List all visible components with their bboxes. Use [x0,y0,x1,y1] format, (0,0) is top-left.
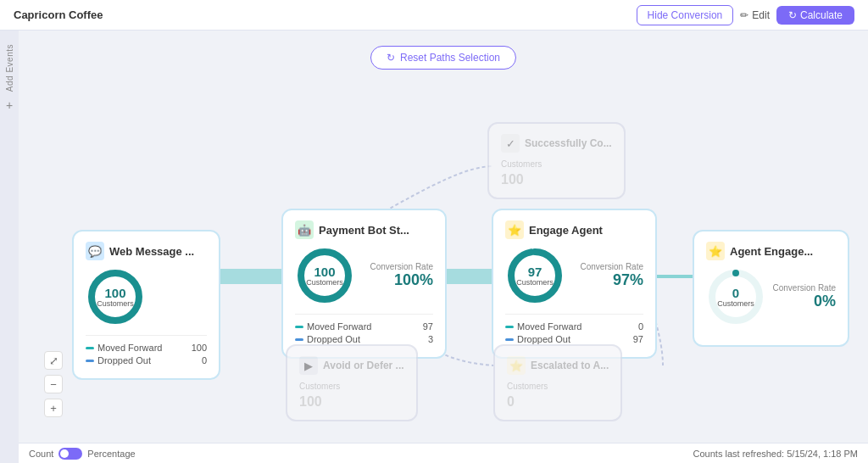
engage-agent-dropped-out: Dropped Out 97 [505,334,643,344]
topbar: Capricorn Coffee Hide Conversion ✏ Edit … [0,0,868,31]
topbar-actions: Hide Conversion ✏ Edit ↻ Calculate [637,5,854,25]
web-message-moved-forward: Moved Forward 100 [86,343,207,353]
ghost-icon-escalated: ⭐ [507,356,526,375]
pencil-icon: ✏ [740,9,748,21]
add-events-label: Add Events [5,44,14,92]
agent-engage-donut: 0 Customers [706,267,765,326]
web-message-icon: 💬 [86,242,104,260]
node-agent-engage: ⭐ Agent Engage... 0 Customers Conversion… [693,230,849,347]
hide-conversion-button[interactable]: Hide Conversion [637,5,734,25]
ghost-icon-successfully: ✓ [501,134,520,153]
engage-agent-icon: ⭐ [505,220,524,239]
add-events-button[interactable]: + [6,98,13,112]
payment-bot-dropped-out: Dropped Out 3 [295,334,433,344]
payment-bot-donut: 100 Customers [295,246,354,305]
payment-bot-icon: 🤖 [295,220,314,239]
ghost-title-successfully: Successfully Co... [525,137,612,149]
app-title: Capricorn Coffee [14,8,103,21]
percentage-label: Percentage [87,449,135,459]
reset-paths-button[interactable]: ↻ Reset Paths Selection [370,46,516,70]
left-sidebar: Add Events + [0,31,19,463]
agent-engage-title: Agent Engage... [730,245,813,258]
shuffle-icon[interactable]: ⤢ [44,351,63,370]
count-label: Count [29,449,53,459]
engage-agent-moved-forward: Moved Forward 0 [505,321,643,332]
bottom-left: Count Percentage [29,448,136,460]
web-message-title: Web Message ... [109,245,194,258]
edit-button[interactable]: ✏ Edit [740,9,770,21]
engage-agent-title: Engage Agent [529,224,603,237]
ghost-icon-avoid: ▶ [299,356,318,375]
refresh-timestamp: Counts last refreshed: 5/15/24, 1:18 PM [693,449,858,459]
zoom-out-icon[interactable]: − [44,375,63,393]
canvas: ↻ Reset Paths Selection ✓ Successfully C… [19,31,868,443]
bottombar: Count Percentage Counts last refreshed: … [19,443,868,463]
web-message-dropped-out: Dropped Out 0 [86,355,207,365]
ghost-node-escalated: ⭐ Escalated to A... Customers 0 [493,344,622,421]
zoom-controls: ⤢ − + [44,351,63,417]
node-payment-bot: 🤖 Payment Bot St... 100 Customers Conver… [281,209,447,359]
web-message-donut: 100 Customers [86,267,145,326]
calculate-button[interactable]: ↻ Calculate [776,6,854,25]
ghost-node-successfully: ✓ Successfully Co... Customers 100 [487,122,626,199]
zoom-in-icon[interactable]: + [44,399,63,417]
payment-bot-title: Payment Bot St... [319,224,409,237]
refresh-icon: ↻ [788,9,797,21]
ghost-header-successfully: ✓ Successfully Co... [501,134,612,153]
payment-bot-moved-forward: Moved Forward 97 [295,321,433,332]
ghost-node-avoid-defer: ▶ Avoid or Defer ... Customers 100 [286,344,418,421]
node-web-message: 💬 Web Message ... 100 Customers Moved Fo… [72,230,220,380]
count-percentage-toggle[interactable] [58,448,82,460]
node-engage-agent: ⭐ Engage Agent 97 Customers Conversion R… [492,209,657,359]
engage-agent-donut: 97 Customers [505,246,565,305]
agent-engage-icon: ⭐ [706,242,725,260]
reset-icon: ↻ [387,52,395,64]
